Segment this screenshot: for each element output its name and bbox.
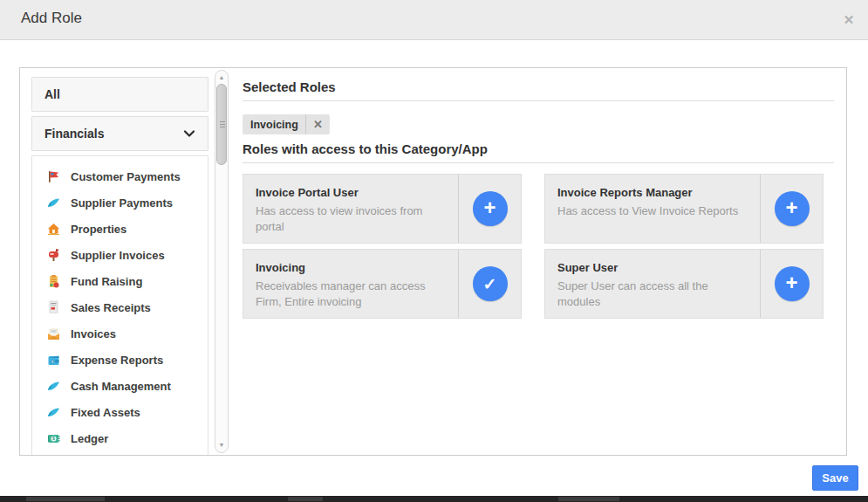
role-card-text: Invoicing Receivables manager can access…: [243, 250, 458, 318]
tag-label: Invoicing: [250, 119, 298, 131]
selected-roles-heading: Selected Roles: [243, 79, 336, 94]
role-card-text: Invoice Portal User Has access to view i…: [243, 175, 458, 243]
scrollbar-thumb[interactable]: [216, 84, 227, 165]
sidebar-item-label: Properties: [71, 223, 126, 236]
role-card: Invoice Reports Manager Has access to Vi…: [544, 174, 824, 244]
sidebar-item[interactable]: Supplier Payments: [32, 189, 208, 216]
role-card-text: Super User Super User can access all the…: [545, 250, 760, 318]
sidebar-item-label: Fund Raising: [71, 275, 142, 288]
paid-receipt-icon: [46, 300, 61, 315]
role-description: Super User can access all the modules: [557, 279, 751, 309]
sidebar-item-all[interactable]: All: [31, 77, 208, 112]
orange-envelope-icon: [46, 327, 61, 341]
sidebar-item[interactable]: Properties: [32, 216, 208, 242]
red-mailbox-icon: [46, 248, 61, 263]
divider: [243, 100, 834, 101]
role-cards-grid: Invoice Portal User Has access to view i…: [243, 174, 824, 319]
main-area: Selected Roles Invoicing ✕ Roles with ac…: [243, 68, 834, 456]
sidebar-item-label: Sales Receipts: [71, 301, 151, 314]
sidebar-item-label: Supplier Payments: [71, 196, 173, 210]
save-button[interactable]: Save: [812, 465, 858, 491]
role-title: Invoice Reports Manager: [557, 186, 751, 199]
sidebar-item[interactable]: $ Expense Reports: [32, 347, 208, 373]
blue-wallet-icon: $: [46, 353, 61, 368]
sidebar-all-label: All: [44, 87, 60, 101]
scroll-down-icon[interactable]: ▼: [215, 440, 228, 450]
sidebar-scrollbar[interactable]: ▲ ▼: [215, 70, 229, 453]
sidebar-item[interactable]: Invoices: [32, 320, 208, 347]
sidebar-item[interactable]: Sales Receipts: [32, 294, 208, 320]
plus-icon[interactable]: +: [473, 191, 508, 226]
orange-clipboard-icon: [46, 274, 61, 289]
sidebar-item[interactable]: Customer Payments: [32, 163, 208, 189]
scrollbar-grip: [220, 121, 225, 129]
scroll-up-icon[interactable]: ▲: [215, 72, 228, 83]
remove-tag-icon[interactable]: ✕: [305, 114, 330, 134]
plus-icon[interactable]: +: [775, 266, 810, 301]
sidebar-item-label: Invoices: [71, 327, 116, 340]
svg-text:$: $: [52, 436, 55, 441]
sidebar-item-label: Expense Reports: [71, 354, 163, 367]
sidebar-item-label: Supplier Invoices: [71, 249, 165, 262]
modal-footer: Save: [0, 456, 868, 496]
role-action-area: +: [760, 250, 823, 318]
sidebar-item-label: Customer Payments: [71, 170, 181, 183]
role-action-area: +: [458, 175, 521, 243]
sidebar-category-label: Financials: [44, 127, 104, 141]
role-description: Receivables manager can access Firm, Ent…: [256, 279, 449, 309]
role-title: Invoice Portal User: [256, 186, 449, 199]
page-title: Add Role: [21, 10, 82, 27]
blue-leaf-icon: [46, 379, 61, 394]
sidebar-item-label: Fixed Assets: [71, 406, 140, 419]
sidebar-item-label: Ledger: [71, 432, 108, 445]
content-panel: All Financials Customer Payments Supplie…: [19, 67, 847, 456]
taskbar-strip: [0, 496, 868, 502]
role-card: Invoicing Receivables manager can access…: [243, 249, 522, 319]
role-title: Invoicing: [256, 261, 449, 274]
role-card: Super User Super User can access all the…: [544, 249, 824, 319]
blue-leaf-icon: [46, 405, 61, 420]
sidebar-category-list: Customer Payments Supplier Payments Prop…: [31, 155, 208, 456]
orange-house-icon: [46, 222, 61, 237]
sidebar-item[interactable]: Supplier Invoices: [32, 242, 208, 268]
role-action-area: +: [760, 175, 823, 243]
sidebar-item-label: Cash Management: [71, 380, 171, 393]
plus-icon[interactable]: +: [775, 191, 810, 226]
red-flag-icon: [46, 169, 61, 184]
roles-access-heading: Roles with access to this Category/App: [243, 141, 488, 156]
sidebar-item[interactable]: Fixed Assets: [32, 399, 208, 425]
role-description: Has access to View Invoice Reports: [557, 203, 751, 219]
close-icon[interactable]: ✕: [840, 11, 858, 29]
sidebar-category-financials[interactable]: Financials: [31, 116, 208, 151]
sidebar-item[interactable]: Fund Raising: [32, 268, 208, 294]
add-role-modal: Add Role ✕ All Financials Customer Payme…: [0, 0, 868, 502]
selected-role-tag: Invoicing ✕: [243, 114, 330, 134]
modal-header: Add Role ✕: [0, 0, 868, 40]
selected-tags: Invoicing ✕: [243, 114, 330, 134]
role-card-text: Invoice Reports Manager Has access to Vi…: [545, 175, 760, 243]
chevron-down-icon: [183, 127, 195, 140]
role-title: Super User: [557, 261, 751, 274]
check-icon[interactable]: ✓: [473, 266, 508, 301]
blue-leaf-icon: [46, 196, 61, 210]
role-card: Invoice Portal User Has access to view i…: [243, 174, 522, 244]
role-action-area: ✓: [458, 250, 521, 318]
sidebar-item[interactable]: Cash Management: [32, 373, 208, 399]
sidebar-item[interactable]: $ Ledger: [32, 425, 208, 451]
role-description: Has access to view invoices from portal: [256, 203, 449, 234]
divider: [243, 162, 834, 163]
green-money-icon: $: [46, 431, 61, 446]
